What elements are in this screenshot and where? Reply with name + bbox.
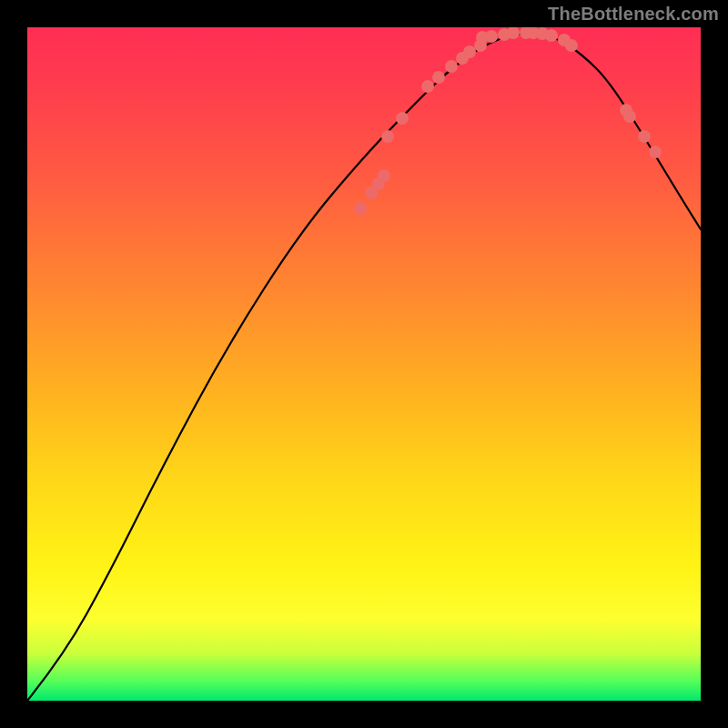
scatter-point	[378, 169, 390, 182]
bottleneck-curve	[27, 34, 701, 701]
scatter-points	[354, 27, 662, 215]
curve-layer	[27, 27, 701, 701]
scatter-point	[381, 130, 394, 143]
plot-area	[27, 27, 701, 701]
scatter-point	[649, 146, 662, 158]
figure-frame: TheBottleneck.com	[0, 0, 728, 728]
scatter-point	[396, 112, 409, 125]
scatter-point	[456, 52, 469, 65]
scatter-point	[432, 71, 445, 84]
scatter-point	[623, 110, 636, 123]
scatter-point	[445, 60, 458, 73]
watermark-text: TheBottleneck.com	[548, 4, 719, 25]
scatter-point	[545, 29, 558, 42]
scatter-point	[421, 80, 434, 93]
scatter-point	[565, 39, 578, 52]
scatter-point	[485, 30, 498, 43]
scatter-point	[638, 130, 651, 143]
scatter-point	[354, 202, 367, 215]
